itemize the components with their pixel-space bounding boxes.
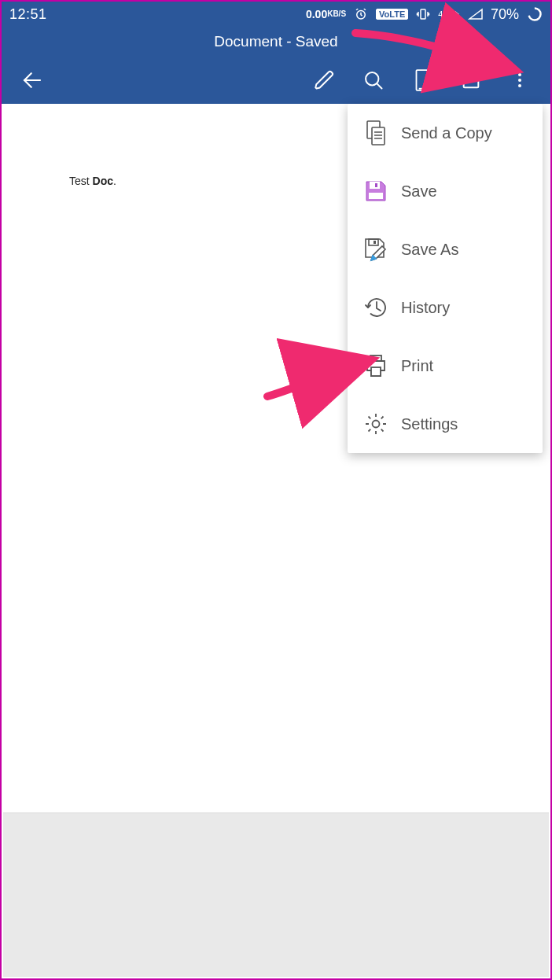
status-bar: 12:51 0.00 KB/S VoLTE 4G 70% xyxy=(2,2,550,27)
battery-text: 70% xyxy=(491,6,519,23)
volte-icon: VoLTE xyxy=(376,9,408,20)
document-text[interactable]: Test Doc. xyxy=(69,175,116,187)
edit-button[interactable] xyxy=(300,57,349,104)
menu-item-settings[interactable]: Settings xyxy=(348,395,543,453)
data-rate-indicator: 0.00 KB/S xyxy=(306,9,346,19)
svg-rect-9 xyxy=(372,127,385,145)
save-icon xyxy=(359,179,393,203)
menu-item-label: History xyxy=(401,299,450,317)
menu-item-label: Save As xyxy=(401,241,458,259)
save-as-icon xyxy=(359,237,393,262)
svg-rect-10 xyxy=(370,182,380,189)
document-text-bold: Doc xyxy=(93,175,113,187)
svg-point-17 xyxy=(373,421,380,428)
app-toolbar xyxy=(2,57,550,104)
document-title: Document - Saved xyxy=(214,33,337,50)
overflow-menu-button[interactable] xyxy=(495,57,544,104)
svg-rect-16 xyxy=(371,367,381,376)
status-clock: 12:51 xyxy=(9,6,47,23)
document-title-bar: Document - Saved xyxy=(2,27,550,57)
settings-icon xyxy=(359,411,393,437)
network-4g-icon: 4G xyxy=(438,10,461,18)
document-text-suffix: . xyxy=(113,175,116,187)
svg-rect-15 xyxy=(370,356,381,361)
alarm-icon xyxy=(354,7,368,21)
document-text-part: Test xyxy=(69,175,93,187)
signal-icon xyxy=(469,9,483,20)
menu-item-label: Send a Copy xyxy=(401,124,492,142)
share-button[interactable] xyxy=(447,57,495,104)
svg-rect-12 xyxy=(369,193,383,199)
svg-rect-11 xyxy=(375,183,377,187)
overflow-menu: Send a Copy Save Save As History Print S… xyxy=(348,104,543,453)
menu-item-label: Save xyxy=(401,182,437,201)
svg-point-7 xyxy=(518,84,521,87)
svg-point-5 xyxy=(518,73,521,76)
svg-rect-14 xyxy=(374,241,376,244)
menu-item-save[interactable]: Save xyxy=(348,162,543,220)
menu-item-label: Settings xyxy=(401,415,458,433)
search-button[interactable] xyxy=(349,57,398,104)
back-button[interactable] xyxy=(8,57,57,104)
svg-point-2 xyxy=(529,9,541,20)
menu-item-print[interactable]: Print xyxy=(348,337,543,395)
menu-item-label: Print xyxy=(401,357,433,375)
print-icon xyxy=(359,353,393,378)
menu-item-save-as[interactable]: Save As xyxy=(348,220,543,278)
svg-rect-1 xyxy=(421,9,425,19)
vibrate-icon xyxy=(416,7,430,21)
svg-point-6 xyxy=(518,79,521,82)
menu-item-history[interactable]: History xyxy=(348,278,543,337)
menu-item-send-a-copy[interactable]: Send a Copy xyxy=(348,104,543,162)
battery-circle-icon xyxy=(527,6,543,22)
history-icon xyxy=(359,295,393,320)
svg-rect-4 xyxy=(417,70,429,90)
copy-icon xyxy=(359,120,393,146)
reading-view-button[interactable] xyxy=(398,57,447,104)
